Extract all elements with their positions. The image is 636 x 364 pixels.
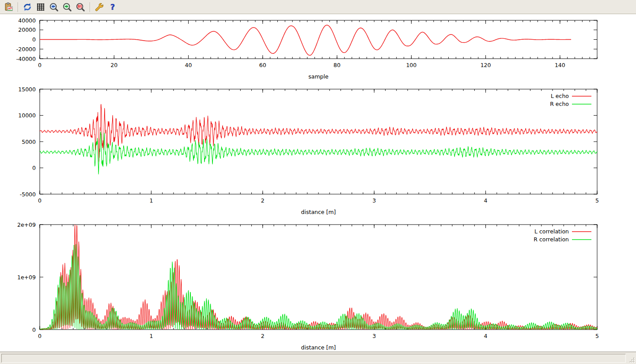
series-lines [40,25,571,55]
legend-label: L echo [551,93,569,99]
series-r-echo [40,132,597,174]
y-tick-label: 0 [32,36,36,43]
x-axis-label: distance [m] [301,209,336,215]
y-tick-label: 0 [32,165,36,171]
x-tick-label: 3 [372,333,376,339]
x-axis-label: distance [m] [301,344,336,351]
magnifier-left-arrow-icon [49,2,59,12]
series-l-echo [40,104,597,161]
x-tick-label: 20 [110,62,117,68]
replot-button[interactable] [21,1,34,13]
status-bar [0,352,636,364]
y-tick-label: 15000 [18,86,36,93]
resize-grip-icon[interactable] [629,357,635,363]
y-tick-label: -40000 [16,56,36,62]
y-tick-label: -5000 [20,191,36,198]
chart-correlation[interactable]: 01234501e+092e+09distance [m]L correlati… [0,217,636,352]
magnifier-right-arrow-icon [62,2,72,12]
help-button[interactable]: ? [106,1,119,13]
x-axis-label: sample [308,73,329,80]
x-tick-label: 5 [595,197,599,204]
x-tick-label: 4 [484,333,488,339]
y-tick-label: 5000 [22,139,36,145]
plot-canvas: 020406080100120140-40000-200000200004000… [0,14,636,352]
configure-button[interactable] [93,1,106,13]
y-tick-label: 1e+09 [17,274,36,281]
y-tick-label: 40000 [18,17,36,24]
x-tick-label: 3 [372,197,376,204]
legend: L correlationR correlation [534,228,591,243]
y-tick-label: -20000 [16,46,36,53]
axes: 020406080100120140-40000-200000200004000… [16,17,597,69]
x-tick-label: 40 [185,62,192,68]
y-tick-label: 20000 [18,26,36,33]
series-r-correlation [40,244,597,330]
series-pulse [40,25,571,55]
svg-text:?: ? [110,2,115,11]
y-tick-label: 10000 [18,112,36,119]
legend-label: R echo [550,101,569,107]
x-tick-label: 1 [149,333,153,339]
x-tick-label: 140 [555,62,565,68]
chart-echo[interactable]: 012345-5000050001000015000distance [m]L … [0,85,636,217]
y-tick-label: 2e+09 [17,221,36,228]
x-tick-label: 80 [333,62,341,68]
x-tick-label: 2 [261,333,265,339]
x-tick-label: 2 [261,197,265,204]
question-mark-icon: ? [108,2,117,12]
chart-waveform[interactable]: 020406080100120140-40000-200000200004000… [0,14,636,85]
x-tick-label: 60 [259,62,266,68]
legend: L echoR echo [550,93,591,107]
x-tick-label: 120 [481,62,491,68]
grid-icon [36,2,45,12]
previous-zoom-button[interactable] [47,1,61,13]
status-message [1,354,626,363]
x-tick-label: 4 [484,197,488,204]
toggle-grid-button[interactable] [34,1,47,13]
autoscale-button[interactable] [74,1,87,13]
x-tick-label: 0 [38,197,42,204]
x-tick-label: 0 [38,62,42,68]
toolbar-separator [18,2,18,12]
y-tick-label: 0 [32,326,36,333]
toolbar: ? [0,0,636,14]
legend-label: L correlation [534,228,569,235]
axes: 012345-5000050001000015000 [18,86,599,204]
series-l-correlation [40,225,597,330]
series-lines [40,104,597,174]
wrench-icon [95,2,104,12]
x-tick-label: 1 [149,197,153,204]
series-lines [40,225,597,330]
x-tick-label: 5 [595,333,599,339]
magnifier-plot-icon [76,2,85,12]
clipboard-plot-icon [4,2,13,12]
x-tick-label: 0 [38,333,42,339]
copy-to-clipboard-button[interactable] [2,1,15,13]
toolbar-separator [90,2,90,12]
legend-label: R correlation [534,236,569,243]
next-zoom-button[interactable] [61,1,74,13]
x-tick-label: 100 [406,62,416,68]
refresh-icon [23,2,32,12]
